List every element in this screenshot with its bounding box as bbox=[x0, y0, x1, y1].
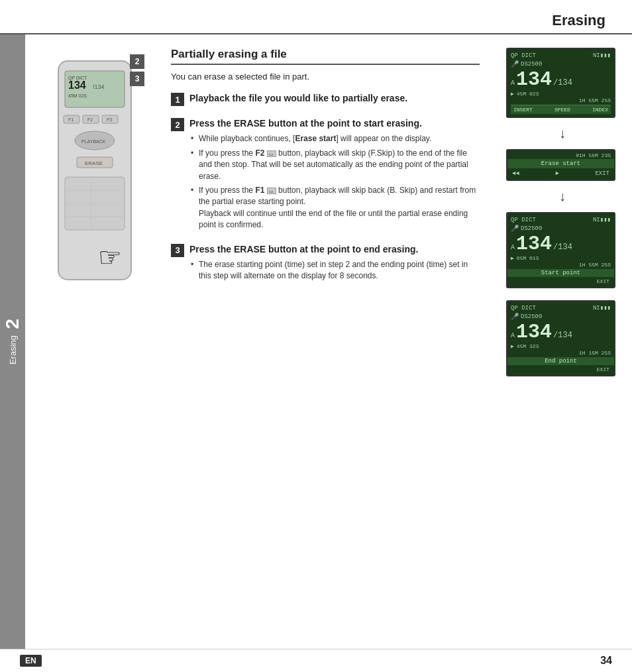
page-title: Erasing bbox=[552, 12, 606, 29]
step-3-bullets: The erase starting point (time) set in s… bbox=[189, 259, 480, 282]
svg-text:F1: F1 bbox=[68, 117, 74, 122]
lcd-2-brand: 🎤 DS2500 bbox=[511, 225, 611, 233]
step-1-heading: Playback the file you would like to part… bbox=[189, 92, 480, 104]
svg-text:PLAYBACK: PLAYBACK bbox=[81, 139, 106, 144]
step-2-content: Press the ERASE button at the point to s… bbox=[189, 117, 480, 233]
left-sidebar: 2 Erasing bbox=[0, 34, 25, 649]
erase-start-status: Erase start bbox=[507, 159, 614, 168]
lcd-1-brand: 🎤 DS2500 bbox=[511, 60, 611, 68]
erase-start-time: 01H 55M 23S bbox=[511, 152, 611, 158]
lcd-3-total: /134 bbox=[553, 331, 572, 340]
erase-start-nav-exit: EXIT bbox=[595, 170, 609, 177]
arrow-down-1: ↓ bbox=[506, 126, 619, 141]
lcd-1-btn1: INSERT bbox=[513, 107, 533, 113]
lcd-panel-1: QP DICT NI▮▮▮ 🎤 DS2500 A 134 /134 ▶ 45M … bbox=[506, 48, 615, 118]
page-container: Erasing 2 Erasing 2 3 Q bbox=[0, 0, 632, 672]
lcd-panel-1-top-row: QP DICT NI▮▮▮ bbox=[511, 52, 611, 59]
lcd-2-top-row: QP DICT NI▮▮▮ bbox=[511, 216, 611, 223]
lcd-1-counter: 134 bbox=[516, 70, 552, 89]
lcd-1-counter-row: A 134 /134 bbox=[511, 70, 611, 89]
badge-3: 3 bbox=[130, 72, 144, 86]
step-2-bullet-2: If you press the F2 ▭ button, playback w… bbox=[189, 148, 480, 182]
step-2-bullet-3: If you press the F1 ▭ button, playback w… bbox=[189, 185, 480, 231]
step-2-bullets: While playback continues, [Erase start] … bbox=[189, 133, 480, 231]
lcd-3-status: End point bbox=[507, 357, 614, 365]
lcd-2-counter: 134 bbox=[516, 234, 552, 254]
lcd-panel-3: QP DICT NI▮▮▮ 🎤 DS2500 A 134 /134 ▶ 45M … bbox=[506, 300, 615, 376]
intro-text: You can erase a selected file in part. bbox=[171, 72, 480, 82]
svg-text:F2: F2 bbox=[87, 117, 93, 122]
lcd-1-mode: QP DICT bbox=[511, 52, 536, 59]
step-2-number: 2 bbox=[171, 118, 184, 131]
device-illustration-wrapper: 2 3 QP DICT 134 /134 45M 02S F1 bbox=[45, 54, 144, 302]
svg-text:F3: F3 bbox=[107, 117, 112, 122]
device-svg: QP DICT 134 /134 45M 02S F1 F2 F3 PLAYBA… bbox=[45, 54, 144, 300]
chapter-number: 2 bbox=[2, 319, 23, 329]
lcd-3-counter: 134 bbox=[516, 322, 552, 342]
instruction-area: Partially erasing a file You can erase a… bbox=[158, 34, 500, 649]
svg-text:☞: ☞ bbox=[98, 243, 122, 272]
step-1: 1 Playback the file you would like to pa… bbox=[171, 92, 480, 108]
step-3-content: Press the ERASE button at the point to e… bbox=[189, 243, 480, 285]
lcd-1-letter: A bbox=[511, 80, 515, 87]
step-3-heading: Press the ERASE button at the point to e… bbox=[189, 243, 480, 255]
lcd-2-counter-row: A 134 /134 bbox=[511, 234, 611, 254]
step-1-content: Playback the file you would like to part… bbox=[189, 92, 480, 108]
step-1-number: 1 bbox=[171, 93, 184, 106]
step-2: 2 Press the ERASE button at the point to… bbox=[171, 117, 480, 233]
lcd-2-total: /134 bbox=[553, 243, 572, 252]
footer-page: 34 bbox=[600, 655, 612, 667]
lcd-1-play-row: ▶ 45M 02S bbox=[511, 91, 611, 97]
erase-start-nav: ◄◄ ► EXIT bbox=[511, 168, 611, 178]
device-area: 2 3 QP DICT 134 /134 45M 02S F1 bbox=[25, 34, 158, 649]
lcd-1-time1: 45M 02S bbox=[517, 91, 539, 97]
svg-text:/134: /134 bbox=[93, 84, 105, 90]
lcd-3-brand: 🎤 DS2500 bbox=[511, 313, 611, 321]
step-3: 3 Press the ERASE button at the point to… bbox=[171, 243, 480, 285]
badge-2: 2 bbox=[130, 54, 144, 69]
svg-text:134: 134 bbox=[68, 80, 86, 91]
lcd-panel-2: QP DICT NI▮▮▮ 🎤 DS2500 A 134 /134 ▶ 05M … bbox=[506, 212, 615, 288]
page-header: Erasing bbox=[0, 0, 632, 34]
step-2-bullet-1: While playback continues, [Erase start] … bbox=[189, 133, 480, 144]
lcd-1-battery: NI▮▮▮ bbox=[593, 52, 611, 59]
lcd-1-bottom-btns: INSERT SPEED INDEX bbox=[511, 105, 611, 114]
svg-text:45M 02S: 45M 02S bbox=[68, 93, 87, 98]
arrow-down-2: ↓ bbox=[506, 189, 619, 204]
footer-lang: EN bbox=[20, 655, 42, 667]
diagrams-area: QP DICT NI▮▮▮ 🎤 DS2500 A 134 /134 ▶ 45M … bbox=[500, 34, 632, 649]
lcd-panel-erase-start: 01H 55M 23S Erase start ◄◄ ► EXIT bbox=[506, 149, 615, 181]
lcd-3-top-row: QP DICT NI▮▮▮ bbox=[511, 304, 611, 311]
svg-text:ERASE: ERASE bbox=[85, 160, 103, 166]
lcd-1-total: /134 bbox=[553, 78, 572, 87]
section-title: Partially erasing a file bbox=[171, 48, 480, 65]
step-3-number: 3 bbox=[171, 244, 184, 257]
step-2-heading: Press the ERASE button at the point to s… bbox=[189, 117, 480, 129]
step-3-bullet-1: The erase starting point (time) set in s… bbox=[189, 259, 480, 282]
content-area: 2 Erasing 2 3 QP DICT 134 /134 bbox=[0, 34, 632, 649]
chapter-label: Erasing bbox=[8, 335, 18, 364]
erase-start-nav-play: ► bbox=[555, 170, 558, 177]
lcd-1-btn3: INDEX bbox=[592, 107, 608, 113]
erase-start-nav-left: ◄◄ bbox=[512, 170, 519, 177]
lcd-3-counter-row: A 134 /134 bbox=[511, 322, 611, 342]
lcd-2-status: Start point bbox=[507, 269, 614, 277]
lcd-1-btn2: SPEED bbox=[554, 107, 570, 113]
lcd-1-time2: 1H 55M 25S bbox=[511, 97, 611, 103]
page-footer: EN 34 bbox=[0, 649, 632, 672]
